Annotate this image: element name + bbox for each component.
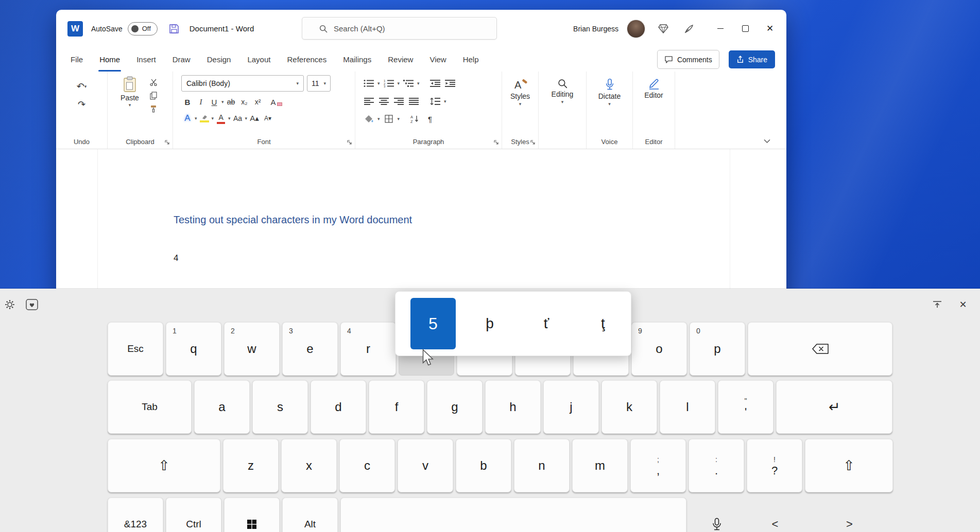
key-q[interactable]: 1q — [166, 322, 221, 376]
decrease-indent-button[interactable] — [429, 77, 441, 90]
inking-button[interactable] — [682, 22, 696, 36]
clipboard-launcher[interactable] — [164, 139, 170, 145]
format-painter-button[interactable] — [150, 105, 158, 113]
change-case-button[interactable]: Aa — [232, 112, 244, 125]
multilevel-list-button[interactable] — [402, 77, 415, 90]
keyboard-close-button[interactable]: ✕ — [956, 297, 970, 312]
key-l[interactable]: l — [660, 380, 715, 434]
key-period[interactable]: :. — [689, 439, 744, 492]
key-tab[interactable]: Tab — [108, 380, 192, 434]
key-p[interactable]: 0p — [690, 322, 745, 376]
clear-formatting-button[interactable]: A — [270, 95, 283, 109]
keyboard-settings-button[interactable] — [3, 297, 17, 312]
menu-tab-layout[interactable]: Layout — [239, 47, 279, 72]
popup-char-þ[interactable]: þ — [467, 298, 512, 349]
key-comma[interactable]: ;, — [630, 439, 686, 492]
shading-button[interactable] — [363, 112, 375, 126]
font-launcher[interactable] — [347, 139, 352, 145]
menu-tab-home[interactable]: Home — [91, 47, 128, 72]
highlight-button[interactable] — [198, 112, 211, 125]
key-k[interactable]: k — [601, 380, 657, 434]
key-j[interactable]: j — [543, 380, 599, 434]
justify-button[interactable] — [407, 95, 420, 108]
key-r[interactable]: 4r — [340, 322, 396, 376]
key-s[interactable]: s — [252, 380, 308, 434]
key-w[interactable]: 2w — [224, 322, 280, 376]
word-app-icon[interactable]: W — [67, 21, 83, 37]
key-ctrl[interactable]: Ctrl — [166, 498, 221, 532]
grow-font-button[interactable]: A▴ — [248, 112, 261, 125]
comments-button[interactable]: Comments — [657, 50, 719, 69]
key-mic[interactable] — [689, 498, 745, 532]
undo-button[interactable]: ↶ ▾ — [76, 80, 88, 93]
borders-button[interactable] — [383, 112, 395, 126]
key-alt[interactable]: Alt — [282, 498, 338, 532]
key-o[interactable]: 9o — [631, 322, 687, 376]
key-shift-left[interactable]: ⇧ — [108, 439, 220, 492]
rewards-button[interactable] — [657, 22, 670, 36]
menu-tab-review[interactable]: Review — [380, 47, 421, 72]
collapse-ribbon-button[interactable] — [763, 139, 771, 144]
menu-tab-draw[interactable]: Draw — [164, 47, 199, 72]
bold-button[interactable]: B — [181, 95, 194, 109]
key-shift-right[interactable]: ⇧ — [805, 439, 893, 492]
align-left-button[interactable] — [363, 95, 375, 108]
search-input[interactable]: Search (Alt+Q) — [302, 17, 497, 40]
key-esc[interactable]: Esc — [108, 322, 163, 376]
styles-launcher[interactable] — [530, 139, 536, 145]
menu-tab-help[interactable]: Help — [455, 47, 487, 72]
key-symbols[interactable]: &123 — [108, 498, 163, 532]
italic-button[interactable]: I — [195, 95, 207, 109]
superscript-button[interactable]: x² — [252, 95, 264, 109]
align-center-button[interactable] — [377, 95, 390, 108]
key-a[interactable]: a — [194, 380, 250, 434]
key-n[interactable]: n — [514, 439, 570, 492]
popup-char-ţ[interactable]: ţ — [580, 298, 626, 349]
key-z[interactable]: z — [223, 439, 279, 492]
key-e[interactable]: 3e — [282, 322, 338, 376]
strikethrough-button[interactable]: ab — [225, 95, 237, 109]
menu-tab-design[interactable]: Design — [199, 47, 239, 72]
redo-button[interactable]: ↷ — [76, 98, 88, 111]
key-space[interactable] — [340, 498, 686, 532]
key-v[interactable]: v — [398, 439, 453, 492]
key-x[interactable]: x — [281, 439, 337, 492]
key-c[interactable]: c — [339, 439, 395, 492]
key-g[interactable]: g — [427, 380, 483, 434]
keyboard-dock-button[interactable] — [930, 297, 944, 312]
cut-button[interactable] — [150, 79, 158, 86]
close-button[interactable]: ✕ — [758, 10, 782, 47]
bullets-button[interactable] — [363, 77, 375, 90]
key-backspace[interactable] — [748, 322, 892, 376]
share-button[interactable]: Share — [729, 50, 775, 68]
menu-tab-insert[interactable]: Insert — [128, 47, 164, 72]
show-formatting-button[interactable]: ¶ — [424, 112, 436, 126]
key-h[interactable]: h — [485, 380, 541, 434]
key-d[interactable]: d — [311, 380, 366, 434]
line-spacing-button[interactable] — [429, 95, 441, 108]
key-cursor-left[interactable]: < — [747, 498, 803, 532]
popup-char-5[interactable]: 5 — [410, 298, 456, 349]
key-enter[interactable]: ↵ — [776, 380, 892, 434]
sort-button[interactable]: AZ — [409, 112, 421, 126]
dictate-button[interactable]: Dictate ▾ — [587, 72, 632, 107]
key-f[interactable]: f — [369, 380, 424, 434]
key-question[interactable]: !? — [747, 439, 802, 492]
key-b[interactable]: b — [456, 439, 511, 492]
paste-button[interactable]: Paste ▾ — [114, 76, 146, 113]
key-cursor-right[interactable]: > — [805, 498, 893, 532]
key-m[interactable]: m — [572, 439, 628, 492]
underline-button[interactable]: U — [208, 95, 220, 109]
numbering-button[interactable]: 123 — [383, 77, 395, 90]
menu-tab-mailings[interactable]: Mailings — [335, 47, 380, 72]
font-color-button[interactable]: A — [215, 112, 227, 125]
copy-button[interactable] — [150, 92, 158, 100]
key-apostrophe[interactable]: "' — [718, 380, 773, 434]
editing-button[interactable]: Editing ▾ — [539, 72, 586, 104]
font-size-select[interactable]: 11 ▾ — [307, 75, 331, 92]
save-button[interactable] — [169, 24, 179, 34]
shrink-font-button[interactable]: A▾ — [262, 112, 274, 125]
menu-tab-file[interactable]: File — [62, 47, 91, 72]
emoji-panel-button[interactable] — [25, 297, 39, 312]
subscript-button[interactable]: x₂ — [238, 95, 251, 109]
